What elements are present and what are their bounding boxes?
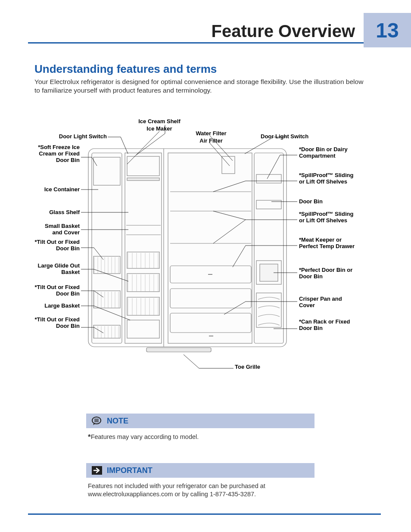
page-number: 13 bbox=[376, 19, 399, 42]
refrigerator-diagram: Ice Cream Shelf Ice Maker Water Filter A… bbox=[34, 118, 362, 377]
label-toe-grille: Toe Grille bbox=[235, 364, 286, 370]
label-spillproof-1: *SpillProof™ Sliding or Lift Off Shelves bbox=[299, 172, 359, 185]
label-ice-cream-shelf: Ice Cream Shelf bbox=[121, 118, 198, 125]
label-crisper: Crisper Pan and Cover bbox=[299, 296, 359, 309]
label-door-bin: Door Bin bbox=[299, 199, 359, 205]
important-callout: IMPORTANT Features not included with you… bbox=[86, 463, 314, 503]
note-icon bbox=[91, 416, 103, 426]
label-tilt-out-2: *Tilt Out or Fixed Door Bin bbox=[34, 284, 80, 297]
label-can-rack: *Can Rack or Fixed Door Bin bbox=[299, 319, 359, 332]
label-tilt-out-3: *Tilt Out or Fixed Door Bin bbox=[34, 317, 80, 330]
note-callout: NOTE *Features may vary according to mod… bbox=[86, 414, 314, 446]
label-meat-keeper: *Meat Keeper or Perfect Temp Drawer bbox=[299, 237, 359, 250]
header-rule bbox=[28, 42, 364, 44]
label-door-bin-dairy: *Door Bin or Dairy Compartment bbox=[299, 146, 359, 159]
important-title: IMPORTANT bbox=[107, 466, 153, 475]
label-air-filter: Air Filter bbox=[183, 138, 239, 144]
label-door-light-switch-right: Door Light Switch bbox=[261, 134, 330, 140]
label-perfect-door-bin: *Perfect Door Bin or Door Bin bbox=[299, 267, 364, 280]
important-header: IMPORTANT bbox=[86, 463, 314, 478]
note-text: Features may vary according to model. bbox=[91, 433, 199, 440]
label-large-basket: Large Basket bbox=[34, 303, 80, 309]
intro-text: Your Electrolux refrigerator is designed… bbox=[34, 78, 368, 95]
section-title: Understanding features and terms bbox=[34, 62, 217, 76]
label-soft-freeze: *Soft Freeze Ice Cream or Fixed Door Bin bbox=[34, 144, 80, 164]
note-title: NOTE bbox=[107, 417, 128, 426]
label-glass-shelf: Glass Shelf bbox=[34, 209, 80, 216]
important-body: Features not included with your refriger… bbox=[86, 478, 314, 503]
label-door-light-switch-left: Door Light Switch bbox=[34, 134, 107, 140]
label-spillproof-2: *SpillProof™ Sliding or Lift Off Shelves bbox=[299, 211, 359, 224]
label-small-basket: Small Basket and Cover bbox=[34, 223, 80, 236]
label-large-glide: Large Glide Out Basket bbox=[34, 263, 80, 276]
label-water-filter: Water Filter bbox=[177, 131, 246, 137]
note-body: *Features may vary according to model. bbox=[86, 428, 314, 446]
footer-rule bbox=[28, 513, 381, 515]
page-number-box: 13 bbox=[364, 13, 411, 47]
label-ice-container: Ice Container bbox=[34, 187, 80, 193]
page-title: Feature Overview bbox=[212, 22, 355, 41]
arrow-icon bbox=[91, 466, 103, 475]
label-tilt-out-1: *Tilt Out or Fixed Door Bin bbox=[34, 239, 80, 252]
note-header: NOTE bbox=[86, 414, 314, 428]
manual-page: Feature Overview 13 Understanding featur… bbox=[0, 0, 411, 532]
